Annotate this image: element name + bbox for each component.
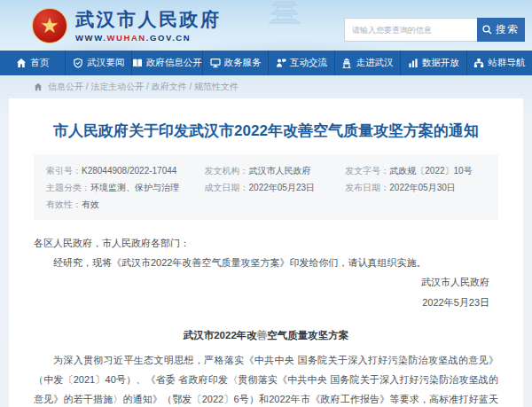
book-icon bbox=[132, 58, 143, 68]
meta-validity: 有效性：有效 bbox=[46, 196, 205, 213]
intro-paragraph: 经研究，现将《武汉市2022年改善空气质量攻坚方案》印发给你们，请认真组织实施。 bbox=[34, 253, 498, 272]
site-logo[interactable]: ★ 武汉市人民政府 WWW.WUHAN.GOV.CN bbox=[32, 8, 222, 43]
meta-issuing-agency: 发文机构：武汉市人民政府 bbox=[205, 162, 346, 179]
breadcrumb-path: 信息公开 / 法定主动公开 / 政府文件 / 规范性文件 bbox=[48, 81, 239, 93]
site-url: WWW.WUHAN.GOV.CN bbox=[75, 33, 222, 43]
home-icon bbox=[16, 58, 27, 68]
nav-item-news[interactable]: 武汉要闻 bbox=[65, 51, 130, 75]
breadcrumb[interactable]: 信息公开 / 法定主动公开 / 政府文件 / 规范性文件 bbox=[0, 75, 532, 98]
search-input[interactable] bbox=[344, 18, 477, 42]
plan-paragraph: 为深入贯彻习近平生态文明思想，严格落实《中共中央 国务院关于深入打好污染防治攻坚… bbox=[34, 350, 498, 407]
meta-publish-date: 发布日期：2022年05月30日 bbox=[345, 179, 486, 196]
document-meta: 索引号：K28044908/2022-17044 发文机构：武汉市人民政府 发文… bbox=[34, 154, 498, 220]
meta-topic-category: 主题分类：环境监测、保护与治理 bbox=[46, 179, 205, 196]
national-emblem-icon: ★ bbox=[32, 8, 67, 43]
bar-chart-icon bbox=[408, 58, 419, 68]
document-card: 市人民政府关于印发武汉市2022年改善空气质量攻坚方案的通知 索引号：K2804… bbox=[9, 98, 523, 407]
meta-index-number: 索引号：K28044908/2022-17044 bbox=[46, 162, 205, 179]
monitor-icon bbox=[210, 58, 221, 68]
sign-date: 2022年5月23日 bbox=[34, 293, 498, 313]
nav-item-info-disclosure[interactable]: 政府信息公开 bbox=[131, 51, 202, 75]
site-header: ★ 武汉市人民政府 WWW.WUHAN.GOV.CN 搜索 bbox=[0, 0, 532, 51]
badge-icon bbox=[73, 58, 83, 68]
nav-item-services[interactable]: 政务服务 bbox=[202, 51, 268, 75]
nav-item-interaction[interactable]: 互动交流 bbox=[268, 51, 333, 75]
document-body: 各区人民政府，市人民政府各部门： 经研究，现将《武汉市2022年改善空气质量攻坚… bbox=[34, 233, 498, 407]
search-button[interactable]: 搜索 bbox=[477, 18, 525, 42]
pavilion-icon bbox=[341, 58, 352, 68]
nav-item-site-navigation[interactable]: 站群导航 bbox=[466, 51, 532, 75]
page-background: 信息公开 / 法定主动公开 / 政府文件 / 规范性文件 市人民政府关于印发武汉… bbox=[0, 75, 532, 407]
yellow-crane-tower-watermark bbox=[266, 0, 303, 27]
plan-title: 武汉市2022年改善空气质量攻坚方案 bbox=[34, 325, 498, 346]
signer: 武汉市人民政府 bbox=[34, 272, 498, 293]
nav-item-data-open[interactable]: 数据开放 bbox=[400, 51, 466, 75]
meta-written-date: 成文日期：2022年05月23日 bbox=[205, 179, 346, 196]
search-icon bbox=[482, 25, 492, 35]
salutation: 各区人民政府，市人民政府各部门： bbox=[34, 233, 498, 253]
nav-item-home[interactable]: 首页 bbox=[0, 51, 65, 75]
nav-item-about-wuhan[interactable]: 走进武汉 bbox=[334, 51, 400, 75]
search-button-label: 搜索 bbox=[496, 23, 520, 36]
site-search: 搜索 bbox=[344, 18, 525, 42]
main-nav: 首页 武汉要闻 政府信息公开 政务服务 互动交流 走进武汉 数据开放 站群导航 bbox=[0, 51, 532, 75]
site-name: 武汉市人民政府 bbox=[75, 9, 222, 29]
document-title: 市人民政府关于印发武汉市2022年改善空气质量攻坚方案的通知 bbox=[35, 120, 497, 143]
sitemap-icon bbox=[473, 58, 484, 68]
chat-people-icon bbox=[276, 58, 286, 68]
breadcrumb-home-icon bbox=[34, 82, 43, 91]
meta-document-number: 发文字号：武政规〔2022〕10号 bbox=[345, 162, 486, 179]
